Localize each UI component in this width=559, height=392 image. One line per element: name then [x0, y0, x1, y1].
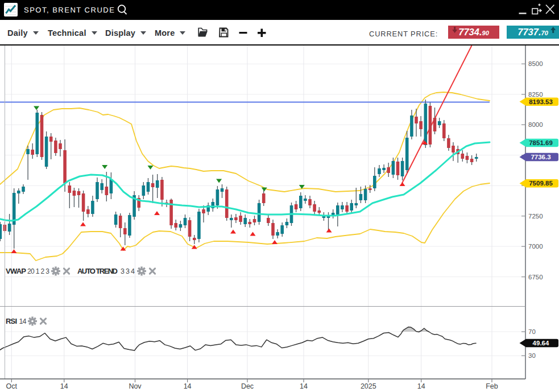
svg-text:Dec: Dec — [241, 382, 254, 390]
svg-text:49.64: 49.64 — [533, 340, 549, 346]
svg-text:8193.53: 8193.53 — [529, 98, 553, 105]
svg-text:7509.85: 7509.85 — [529, 180, 553, 187]
svg-text:30: 30 — [528, 352, 536, 359]
svg-text:SPOT, BRENT CRUDE: SPOT, BRENT CRUDE — [24, 6, 115, 14]
svg-text:2025: 2025 — [361, 382, 376, 390]
svg-text:14: 14 — [19, 317, 27, 325]
svg-text:7250: 7250 — [528, 213, 543, 220]
svg-text:AUTO TREND: AUTO TREND — [77, 267, 118, 275]
svg-text:VWAP: VWAP — [6, 267, 26, 275]
svg-text:70: 70 — [528, 328, 536, 335]
svg-text:3 3 4: 3 3 4 — [121, 267, 135, 275]
svg-text:7851.69: 7851.69 — [529, 139, 553, 146]
svg-text:Feb: Feb — [486, 382, 498, 390]
svg-text:20 1 2 3: 20 1 2 3 — [27, 267, 49, 275]
svg-text:Nov: Nov — [129, 382, 142, 390]
svg-text:14: 14 — [300, 382, 308, 390]
svg-text:14: 14 — [184, 382, 192, 390]
svg-text:8000: 8000 — [528, 121, 543, 128]
svg-text:8250: 8250 — [528, 91, 543, 98]
svg-text:14: 14 — [60, 382, 68, 390]
svg-text:7000: 7000 — [528, 243, 543, 250]
svg-text:8500: 8500 — [528, 60, 543, 67]
svg-text:6750: 6750 — [528, 274, 543, 280]
svg-text:7736.3: 7736.3 — [531, 154, 550, 160]
svg-text:RSI: RSI — [6, 317, 17, 325]
svg-text:Oct: Oct — [6, 382, 18, 390]
svg-text:14: 14 — [417, 382, 425, 390]
